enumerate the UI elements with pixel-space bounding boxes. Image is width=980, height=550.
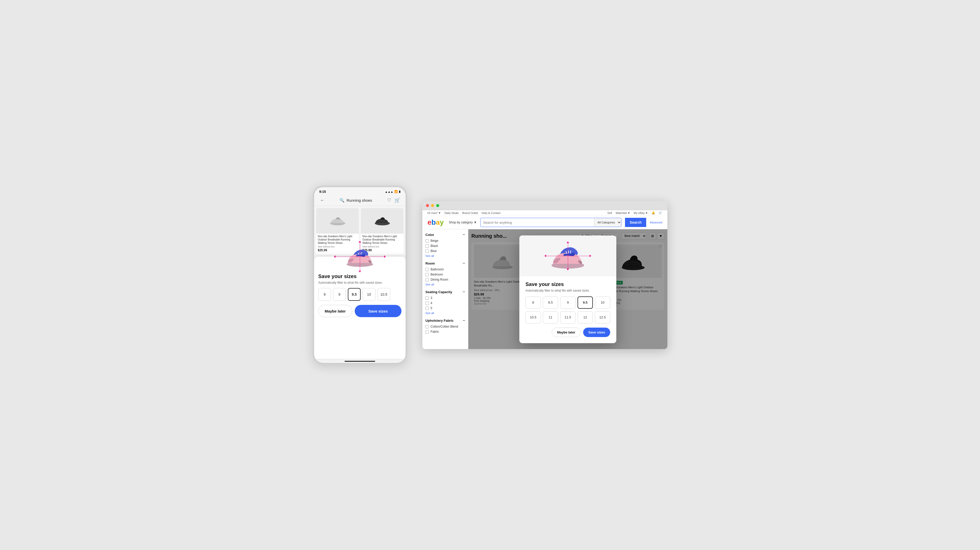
save-sizes-subtitle: Automatically filter to what fits with s… <box>318 281 401 284</box>
mobile-crosshair <box>334 241 385 272</box>
modal-overlay: Save your sizes Automatically filter to … <box>468 229 667 349</box>
sidebar-room-section: Room − Bathroom Bedroom Dining Room <box>425 261 465 286</box>
modal-sizes-row-2: 10.5 11 11.5 12 12.5 <box>525 311 610 324</box>
watchlist-chevron: ▼ <box>627 211 630 215</box>
room-collapse[interactable]: − <box>463 261 465 266</box>
modal-save-sizes-button[interactable]: Save sizes <box>583 328 610 337</box>
ebay-logo[interactable]: ebay <box>428 218 444 226</box>
color-see-all[interactable]: See all <box>425 254 465 257</box>
size-chip-10[interactable]: 10 <box>363 288 375 301</box>
back-button[interactable]: ← <box>318 196 326 204</box>
help-contact-link[interactable]: Help & Contact <box>482 211 501 215</box>
mobile-action-buttons: Maybe later Save sizes <box>318 305 401 317</box>
mobile-status-bar: 9:15 ▲▲▲ 📶 ▮ <box>314 187 406 194</box>
mobile-cart-icon[interactable]: 🛒 <box>393 196 401 204</box>
modal-size-8-5[interactable]: 8.5 <box>543 297 558 309</box>
sidebar-item-blue[interactable]: Blue <box>425 249 465 253</box>
cotton-checkbox[interactable] <box>425 325 429 328</box>
sidebar-item-cotton[interactable]: Cotton/Cotten Blend <box>425 325 465 328</box>
home-indicator <box>345 361 375 362</box>
modal-size-9[interactable]: 9 <box>560 297 576 309</box>
search-input[interactable] <box>480 221 594 225</box>
titlebar-maximize[interactable] <box>436 204 439 207</box>
advanced-link[interactable]: Advanced <box>650 221 662 224</box>
bathroom-checkbox[interactable] <box>425 268 429 271</box>
save-sizes-button[interactable]: Save sizes <box>355 305 401 317</box>
seat5-checkbox[interactable] <box>425 307 429 310</box>
black-checkbox[interactable] <box>425 244 429 248</box>
modal-size-11-5[interactable]: 11.5 <box>560 311 576 324</box>
category-select[interactable]: All Categories <box>594 218 621 227</box>
modal-maybe-later-button[interactable]: Maybe later <box>552 328 581 337</box>
seating-collapse[interactable]: − <box>463 290 465 294</box>
seating-see-all[interactable]: See all <box>425 311 465 314</box>
sidebar-item-black[interactable]: Black <box>425 244 465 248</box>
seat4-checkbox[interactable] <box>425 301 429 305</box>
modal-size-9-5[interactable]: 9.5 <box>578 297 593 309</box>
mobile-heart-icon[interactable]: ♡ <box>385 196 393 204</box>
seat5-label: 5 <box>431 306 432 310</box>
product-image <box>361 208 404 234</box>
dining-checkbox[interactable] <box>425 278 429 281</box>
modal-size-12-5[interactable]: 12.5 <box>595 311 610 324</box>
cotton-label: Cotton/Cotten Blend <box>431 325 458 328</box>
sidebar-item-bathroom[interactable]: Bathroom <box>425 268 465 271</box>
sidebar-item-bedroom[interactable]: Bedroom <box>425 273 465 276</box>
my-ebay-link[interactable]: My eBay ▼ <box>634 211 648 215</box>
black-label: Black <box>431 244 438 248</box>
modal-size-11[interactable]: 11 <box>543 311 558 324</box>
sidebar-item-dining-room[interactable]: Dining Room <box>425 278 465 281</box>
cart-icon[interactable]: 🛒 <box>659 211 662 215</box>
sidebar-item-beige[interactable]: Beige <box>425 239 465 242</box>
sidebar-room-title: Room − <box>425 261 465 266</box>
bedroom-checkbox[interactable] <box>425 273 429 276</box>
beige-checkbox[interactable] <box>425 239 429 242</box>
watchlist-link[interactable]: Watchlist ▼ <box>616 211 630 215</box>
room-see-all[interactable]: See all <box>425 283 465 286</box>
seat3-checkbox[interactable] <box>425 297 429 300</box>
modal-title: Save your sizes <box>525 281 610 287</box>
maybe-later-button[interactable]: Maybe later <box>318 305 352 317</box>
mobile-save-sizes-panel: Save your sizes Automatically filter to … <box>314 257 406 359</box>
size-chip-9a[interactable]: 9 <box>318 288 331 301</box>
seating-label: Seating Capacity <box>425 290 452 294</box>
fabric-checkbox[interactable] <box>425 330 429 333</box>
sell-link[interactable]: Sell <box>608 211 612 215</box>
shoe-thumbnail-gray <box>329 215 347 227</box>
ebay-topnav-top: Hi User! ▼ Daily Deals Brand Outlet Help… <box>428 210 662 216</box>
modal-size-10[interactable]: 10 <box>595 297 610 309</box>
notification-icon[interactable]: 🔔 <box>652 211 655 215</box>
size-chip-9b[interactable]: 9 <box>333 288 346 301</box>
size-chips-row: 9 9 9.5 10 10.5 <box>318 288 401 301</box>
daily-deals-link[interactable]: Daily Deals <box>445 211 459 215</box>
brand-outlet-link[interactable]: Brand Outlet <box>462 211 478 215</box>
shop-by-category[interactable]: Shop by category ▼ <box>449 221 477 224</box>
modal-crosshair <box>545 242 591 270</box>
sidebar-item-3[interactable]: 3 <box>425 296 465 300</box>
size-chip-9-5[interactable]: 9.5 <box>348 288 361 301</box>
sidebar-seating-section: Seating Capacity − 3 4 5 S <box>425 290 465 314</box>
bedroom-label: Bedroom <box>431 273 443 276</box>
modal-size-10-5[interactable]: 10.5 <box>525 311 541 324</box>
titlebar-minimize[interactable] <box>431 204 434 207</box>
sidebar-item-5[interactable]: 5 <box>425 306 465 310</box>
blue-checkbox[interactable] <box>425 249 429 253</box>
modal-sizes-row-1: 8 8.5 9 9.5 10 <box>525 297 610 309</box>
modal-arrow-bottom <box>566 269 569 270</box>
search-button[interactable]: Search <box>625 218 646 227</box>
size-chip-10-5[interactable]: 10.5 <box>377 288 390 301</box>
modal-size-12[interactable]: 12 <box>578 311 593 324</box>
battery-icon: ▮ <box>399 190 401 193</box>
hi-user-link[interactable]: Hi User! ▼ <box>428 211 441 215</box>
ebay-browser: Hi User! ▼ Daily Deals Brand Outlet Help… <box>422 210 667 349</box>
sidebar-item-fabric[interactable]: Fabric <box>425 330 465 333</box>
modal-size-8[interactable]: 8 <box>525 297 541 309</box>
titlebar-close[interactable] <box>426 204 429 207</box>
dining-label: Dining Room <box>431 278 448 281</box>
mobile-search-bar: ← 🔍 Running shoes ♡ 🛒 <box>314 194 406 206</box>
save-sizes-modal: Save your sizes Automatically filter to … <box>519 236 616 343</box>
sidebar-color-section: Color − Beige Black Blue S <box>425 232 465 257</box>
upholstery-collapse[interactable]: − <box>463 318 465 323</box>
sidebar-item-4[interactable]: 4 <box>425 301 465 305</box>
color-collapse[interactable]: − <box>463 232 465 237</box>
